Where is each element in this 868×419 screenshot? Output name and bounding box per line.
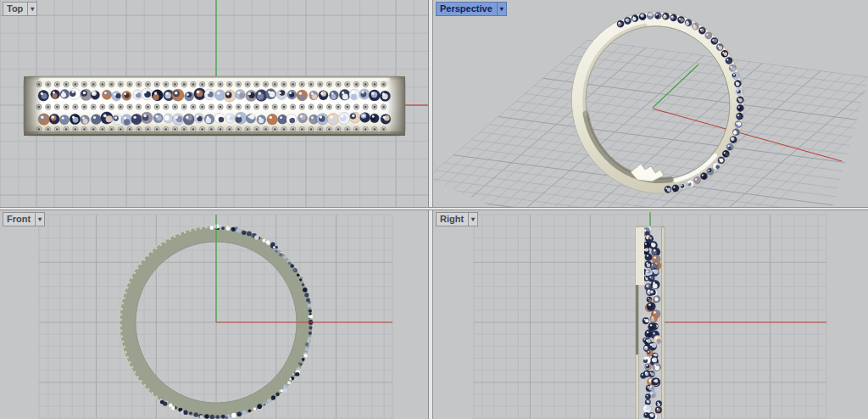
viewport-right-label[interactable]: Right ▾ xyxy=(436,212,478,226)
viewport-front[interactable]: Front ▾ xyxy=(0,210,428,419)
viewport-right-canvas[interactable] xyxy=(433,210,868,419)
viewport-right-dropdown-icon[interactable]: ▾ xyxy=(468,213,477,226)
viewport-perspective-canvas[interactable] xyxy=(433,0,868,207)
viewport-front-label[interactable]: Front ▾ xyxy=(3,212,45,226)
viewport-divider-horizontal[interactable] xyxy=(0,207,868,210)
cad-workspace: Top ▾ Perspective ▾ Front ▾ Right ▾ xyxy=(0,0,868,419)
viewport-perspective-title: Perspective xyxy=(437,3,497,15)
viewport-front-title: Front xyxy=(3,213,35,226)
viewport-right-title: Right xyxy=(437,213,468,226)
viewport-perspective[interactable]: Perspective ▾ xyxy=(433,0,868,207)
viewport-top-canvas[interactable] xyxy=(0,0,428,207)
viewport-top-title: Top xyxy=(3,3,27,15)
viewport-perspective-label[interactable]: Perspective ▾ xyxy=(436,2,507,16)
viewport-top-dropdown-icon[interactable]: ▾ xyxy=(27,3,36,15)
viewport-front-dropdown-icon[interactable]: ▾ xyxy=(35,213,44,226)
viewport-right[interactable]: Right ▾ xyxy=(433,210,868,419)
viewport-front-canvas[interactable] xyxy=(0,210,428,419)
viewport-top[interactable]: Top ▾ xyxy=(0,0,428,207)
viewport-top-label[interactable]: Top ▾ xyxy=(3,2,37,16)
viewport-perspective-dropdown-icon[interactable]: ▾ xyxy=(497,3,506,15)
